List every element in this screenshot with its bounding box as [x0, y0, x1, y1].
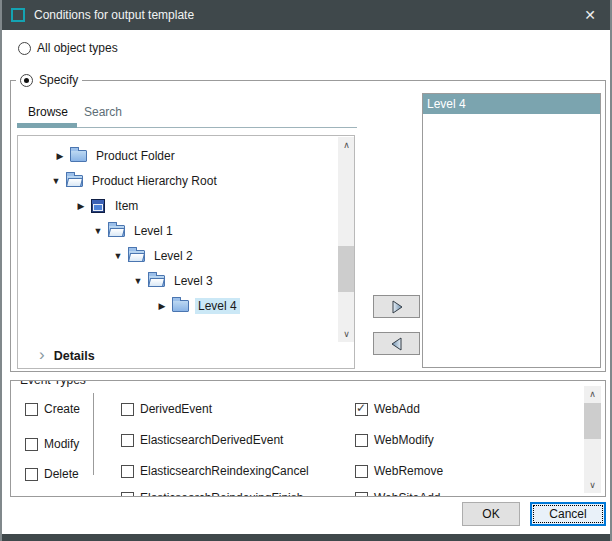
object-tree-panel: Product Folder Product Hierarchy Root It… [17, 135, 355, 369]
ok-button[interactable]: OK [462, 502, 520, 526]
chevron-expanded-icon[interactable] [92, 226, 104, 236]
checkbox-label: ElasticsearchReindexingFinish [140, 491, 303, 497]
checkbox[interactable] [121, 465, 134, 478]
checkbox-websiteadd[interactable]: WebSiteAdd [355, 491, 441, 497]
tree-item-level-4[interactable]: Level 4 [156, 293, 240, 318]
checkbox-elasticsearchderivedevent[interactable]: ElasticsearchDerivedEvent [121, 433, 283, 447]
details-expander[interactable]: › Details [18, 342, 354, 369]
checkbox[interactable] [25, 403, 38, 416]
folder-icon [172, 300, 189, 312]
folder-icon [70, 150, 87, 162]
tree-item-item[interactable]: Item [75, 193, 141, 218]
scroll-down-icon[interactable]: ∨ [338, 326, 355, 342]
tree-item-label[interactable]: Product Hierarchy Root [89, 173, 220, 189]
active-tab-underline [17, 123, 77, 128]
chevron-collapsed-icon[interactable] [54, 151, 66, 161]
scrollbar-thumb[interactable] [338, 246, 355, 292]
checkbox-label: WebModify [374, 433, 434, 447]
tree-item-label[interactable]: Level 1 [131, 223, 176, 239]
tree-item-label[interactable]: Level 2 [151, 248, 196, 264]
checkbox[interactable] [355, 434, 368, 447]
checkbox-label: Create [44, 402, 80, 416]
checkbox[interactable] [355, 492, 368, 498]
checkbox-elasticsearchreindexingfinish[interactable]: ElasticsearchReindexingFinish [121, 491, 303, 497]
selected-objects-list: Level 4 [422, 93, 601, 368]
tree-item-label[interactable]: Level 4 [195, 298, 240, 314]
checkbox[interactable] [355, 465, 368, 478]
tree-item-label[interactable]: Product Folder [93, 148, 178, 164]
tree-item-level-2[interactable]: Level 2 [112, 243, 196, 268]
chevron-expanded-icon[interactable] [132, 276, 144, 286]
radio-specify-label: Specify [39, 73, 78, 87]
arrow-right-icon [389, 300, 405, 314]
tree-scrollbar[interactable]: ∧ ∨ [338, 137, 355, 342]
checkbox-webremove[interactable]: WebRemove [355, 464, 443, 478]
checkbox-delete[interactable]: Delete [25, 467, 79, 481]
column-divider [93, 393, 94, 475]
checkbox[interactable] [25, 468, 38, 481]
chevron-right-icon: › [39, 346, 45, 363]
radio-all-object-types[interactable]: All object types [18, 41, 118, 55]
window-bottom-border [0, 534, 612, 541]
item-cube-icon [91, 199, 105, 213]
app-icon [11, 8, 25, 22]
folder-open-icon [108, 225, 125, 237]
event-types-group: Event Types Create Modify Delete Derived… [10, 380, 606, 497]
scroll-down-icon[interactable]: ∨ [584, 477, 601, 493]
checkbox-label: ElasticsearchDerivedEvent [140, 433, 283, 447]
chevron-expanded-icon[interactable] [50, 176, 62, 186]
checkbox[interactable] [121, 434, 134, 447]
radio-all-label: All object types [37, 41, 118, 55]
checkbox-label: WebAdd [374, 402, 420, 416]
event-types-scrollbar[interactable]: ∧ ∨ [584, 386, 601, 493]
checkbox-webadd[interactable]: WebAdd [355, 402, 420, 416]
checkbox-label: Delete [44, 467, 79, 481]
checkbox-create[interactable]: Create [25, 402, 80, 416]
checkbox-label: DerivedEvent [140, 402, 212, 416]
chevron-expanded-icon[interactable] [112, 251, 124, 261]
details-label: Details [54, 349, 95, 363]
selected-list-item[interactable]: Level 4 [423, 94, 600, 114]
folder-open-icon [128, 250, 145, 262]
checkbox[interactable] [121, 492, 134, 498]
scroll-up-icon[interactable]: ∧ [584, 386, 601, 402]
tree-item-level-1[interactable]: Level 1 [92, 218, 176, 243]
folder-open-icon [66, 175, 83, 187]
radio-circle[interactable] [20, 74, 33, 87]
title-bar: Conditions for output template ✕ [2, 0, 610, 30]
tree-item-product-hierarchy-root[interactable]: Product Hierarchy Root [50, 168, 220, 193]
checkbox-derivedevent[interactable]: DerivedEvent [121, 402, 212, 416]
checkbox-label: WebSiteAdd [374, 491, 441, 497]
tree-item-level-3[interactable]: Level 3 [132, 268, 216, 293]
scroll-up-icon[interactable]: ∧ [338, 137, 355, 153]
radio-circle[interactable] [18, 42, 31, 55]
checkbox[interactable] [121, 403, 134, 416]
chevron-collapsed-icon[interactable] [75, 201, 87, 211]
checkbox[interactable] [25, 438, 38, 451]
chevron-collapsed-icon[interactable] [156, 301, 168, 311]
move-left-button[interactable] [373, 332, 420, 355]
close-icon[interactable]: ✕ [570, 0, 610, 30]
tab-browse[interactable]: Browse [28, 105, 68, 119]
arrow-left-icon [389, 337, 405, 351]
move-right-button[interactable] [373, 295, 420, 318]
radio-specify[interactable]: Specify [16, 73, 82, 87]
tree-item-product-folder[interactable]: Product Folder [54, 143, 178, 168]
tab-search[interactable]: Search [84, 105, 122, 119]
scrollbar-thumb[interactable] [584, 403, 601, 439]
checkbox[interactable] [355, 403, 368, 416]
folder-open-icon [148, 275, 165, 287]
checkbox-label: ElasticsearchReindexingCancel [140, 464, 309, 478]
checkbox-elasticsearchreindexingcancel[interactable]: ElasticsearchReindexingCancel [121, 464, 309, 478]
conditions-dialog: Conditions for output template ✕ All obj… [0, 0, 612, 541]
tree-item-label[interactable]: Item [112, 198, 141, 214]
checkbox-webmodify[interactable]: WebModify [355, 433, 434, 447]
checkbox-modify[interactable]: Modify [25, 437, 79, 451]
tree-item-label[interactable]: Level 3 [171, 273, 216, 289]
cancel-button[interactable]: Cancel [530, 502, 606, 526]
event-types-label: Event Types [16, 380, 90, 387]
checkbox-label: Modify [44, 437, 79, 451]
checkbox-label: WebRemove [374, 464, 443, 478]
window-title: Conditions for output template [34, 8, 194, 22]
